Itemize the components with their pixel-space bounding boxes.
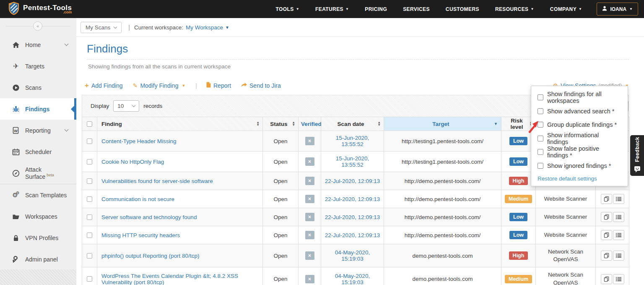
workspace-name-link[interactable]: My Workspace — [186, 24, 223, 31]
view-settings-option-show-informational-findings[interactable]: Show informational findings — [531, 132, 628, 146]
my-scans-label: My Scans — [86, 24, 110, 31]
send-to-jira-button[interactable]: Send to Jira — [241, 82, 281, 89]
chevron-down-icon — [65, 128, 69, 132]
checkbox[interactable] — [538, 163, 543, 169]
scan-date-link[interactable]: 04-May-2020, 15:19:03 — [335, 249, 370, 262]
view-settings-option-show-findings-for-all-workspaces[interactable]: Show findings for all workspaces — [531, 91, 628, 105]
sidebar-item-attack-surface[interactable]: Attack Surfacebeta — [0, 162, 76, 184]
column-header-verified[interactable]: Verified — [299, 117, 321, 131]
verified-x-badge[interactable]: × — [305, 251, 314, 260]
speech-bubble-icon — [634, 166, 641, 174]
sidebar-item-admin-panel[interactable]: Admin panel — [0, 248, 76, 270]
sidebar-collapse-button[interactable]: « — [33, 21, 42, 31]
scan-date-link[interactable]: 22-Jul-2020, 12:09:13 — [325, 178, 380, 184]
view-settings-option-show-ignored-findings[interactable]: Show ignored findings * — [531, 159, 628, 173]
row-checkbox[interactable] — [87, 178, 92, 184]
copy-finding-button[interactable] — [601, 230, 612, 240]
finding-link[interactable]: Cookie No HttpOnly Flag — [101, 159, 164, 165]
view-settings-option-show-advanced-search[interactable]: Show advanced search * — [531, 105, 628, 118]
select-all-checkbox[interactable] — [87, 121, 92, 127]
view-settings-option-group-duplicate-findings[interactable]: Group duplicate findings * — [531, 118, 628, 132]
column-header-target[interactable]: Target▼ — [384, 117, 501, 131]
nav-item-tools[interactable]: TOOLS▼ — [268, 0, 307, 18]
row-checkbox[interactable] — [87, 253, 92, 259]
verified-x-badge[interactable]: × — [305, 213, 314, 221]
row-checkbox[interactable] — [87, 214, 92, 220]
verified-x-badge[interactable]: × — [305, 275, 314, 283]
sidebar-item-reporting[interactable]: WReporting — [0, 120, 76, 141]
nav-item-company[interactable]: COMPANY▼ — [542, 0, 590, 18]
nav-item-features[interactable]: FEATURES▼ — [307, 0, 357, 18]
scan-date-link[interactable]: 04-May-2020, 15:19:03 — [335, 273, 370, 285]
finding-link[interactable]: Content-Type Header Missing — [101, 138, 177, 144]
sidebar-footer-texture — [0, 269, 76, 285]
nav-item-services[interactable]: SERVICES — [395, 0, 438, 18]
finding-details-button[interactable] — [613, 212, 624, 222]
copy-finding-button[interactable] — [601, 212, 612, 222]
sidebar-item-scheduler[interactable]: Scheduler — [0, 141, 76, 162]
sort-desc-icon: ▼ — [494, 122, 498, 126]
finding-details-button[interactable] — [613, 274, 624, 284]
restore-default-settings-link[interactable]: Restore default settings — [531, 173, 628, 183]
row-checkbox[interactable] — [87, 276, 92, 282]
column-header-status[interactable]: Status▲▼ — [263, 117, 299, 131]
verified-x-badge[interactable]: × — [305, 231, 314, 239]
sidebar-item-workspaces[interactable]: Workspaces — [0, 206, 76, 227]
scan-date-link[interactable]: 22-Jul-2020, 12:09:13 — [325, 214, 380, 220]
copy-finding-button[interactable] — [601, 194, 612, 204]
sidebar-item-home[interactable]: Home — [0, 34, 76, 55]
checkbox[interactable] — [538, 108, 543, 114]
pentest-tools-logo[interactable]: Pentest-Tools .com — [8, 2, 72, 17]
finding-link[interactable]: phpinfo() output Reporting (port 80/tcp) — [101, 253, 199, 259]
nav-item-pricing[interactable]: PRICING — [357, 0, 395, 18]
row-checkbox[interactable] — [87, 196, 92, 202]
row-checkbox[interactable] — [87, 233, 92, 238]
verified-x-badge[interactable]: × — [305, 195, 314, 203]
modify-finding-button[interactable]: ✎ Modify Finding ▼ — [133, 82, 186, 89]
finding-link[interactable]: Vulnerabilities found for server-side so… — [101, 178, 213, 184]
column-header-select[interactable] — [82, 117, 97, 131]
copy-finding-button[interactable] — [601, 251, 612, 261]
status-cell: Open — [263, 267, 299, 285]
sidebar-item-targets[interactable]: ✈Targets — [0, 55, 76, 77]
finding-link[interactable]: Missing HTTP security headers — [101, 232, 180, 238]
feedback-tab[interactable]: Feedback — [630, 135, 644, 176]
finding-details-button[interactable] — [613, 230, 624, 240]
report-button[interactable]: Report — [206, 82, 231, 89]
my-scans-selector[interactable]: My Scans — [80, 22, 122, 33]
column-header-finding[interactable]: Finding▲▼ — [97, 117, 263, 131]
records-per-page-select[interactable]: 10 — [113, 100, 139, 112]
send-to-jira-label: Send to Jira — [249, 82, 281, 89]
row-checkbox[interactable] — [87, 159, 92, 165]
view-settings-option-show-false-positive-findings[interactable]: Show false positive findings * — [531, 145, 628, 159]
user-account-button[interactable]: IOANA ▼ — [597, 3, 638, 16]
finding-link[interactable]: Communication is not secure — [101, 196, 174, 202]
scan-date-link[interactable]: 22-Jul-2020, 12:09:13 — [325, 196, 380, 202]
sidebar-item-scans[interactable]: Scans — [0, 77, 76, 98]
checkbox[interactable] — [538, 94, 543, 100]
checkbox[interactable] — [538, 149, 543, 155]
caret-down-icon[interactable]: ▼ — [225, 25, 229, 30]
finding-link[interactable]: Server software and technology found — [101, 214, 197, 220]
found-by-cell: Website Scanner — [544, 231, 587, 239]
nav-item-resources[interactable]: RESOURCES▼ — [487, 0, 542, 18]
finding-link[interactable]: WordPress The Events Calendar Plugin &lt… — [101, 273, 238, 285]
copy-finding-button[interactable] — [601, 274, 612, 284]
checkbox[interactable] — [538, 122, 543, 128]
scan-date-link[interactable]: 15-Jun-2020, 13:55:52 — [336, 135, 369, 147]
finding-details-button[interactable] — [613, 194, 624, 204]
scan-date-link[interactable]: 15-Jun-2020, 13:55:52 — [336, 155, 369, 168]
add-finding-button[interactable]: + Add Finding — [85, 82, 123, 89]
finding-details-button[interactable] — [613, 251, 624, 261]
sidebar-item-scan-templates[interactable]: ⚙⚙Scan Templates — [0, 184, 76, 206]
sidebar-item-findings[interactable]: Findings — [0, 98, 76, 120]
verified-x-badge[interactable]: × — [305, 137, 314, 145]
verified-x-badge[interactable]: × — [305, 177, 314, 185]
nav-item-customers[interactable]: CUSTOMERS — [438, 0, 487, 18]
verified-x-badge[interactable]: × — [305, 157, 314, 166]
scan-date-link[interactable]: 22-Jul-2020, 12:09:13 — [325, 232, 380, 238]
row-checkbox[interactable] — [87, 139, 92, 144]
checkbox[interactable] — [538, 136, 543, 141]
column-header-scan-date[interactable]: Scan date▲▼ — [321, 117, 384, 131]
sidebar-item-vpn-profiles[interactable]: VPN Profiles — [0, 227, 76, 248]
